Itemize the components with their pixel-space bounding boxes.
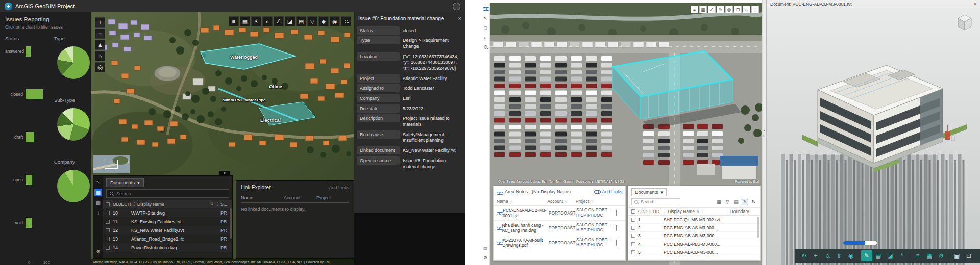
status-bar-chart[interactable]: Status answered closed draft open (5, 36, 50, 265)
measure-icon[interactable]: ∠ (274, 16, 284, 26)
rail-settings-icon[interactable]: ⚙ (94, 248, 102, 255)
row-checkbox[interactable] (106, 228, 110, 232)
documents-dropdown[interactable]: Documents ▾ (106, 178, 144, 187)
table-row[interactable]: 4 PCC ENG-AB-PLU-M3-000... (628, 240, 760, 248)
locate-icon[interactable]: ◎ (95, 62, 105, 72)
building-explorer-icon[interactable]: ▤ (296, 16, 306, 26)
basemap-icon[interactable]: ▦ (699, 6, 707, 13)
panel-splitter[interactable]: ◂ ▸ (762, 0, 766, 265)
zoom-out-icon[interactable]: − (95, 29, 105, 39)
row-checkbox[interactable] (631, 250, 635, 254)
scrollbar[interactable] (757, 217, 759, 238)
boundary-column-header[interactable]: Boundary (730, 209, 757, 214)
camera-icon[interactable]: ◉ (845, 250, 856, 261)
extra-column-header[interactable]: S... (220, 202, 230, 207)
row-checkbox[interactable] (631, 242, 635, 246)
table-row[interactable]: 5 PCC ENG-AB-CB-M3-000... (628, 248, 760, 256)
splitter-left-icon[interactable]: ◂ (763, 128, 765, 132)
kebab-icon[interactable]: ⋮ (661, 209, 665, 214)
columns-icon[interactable]: ▤ (733, 199, 740, 205)
panel-collapse-toggle[interactable]: ▾ (219, 171, 230, 175)
settings-tool-icon[interactable]: ⚙ (482, 254, 489, 261)
project-column-header[interactable]: Project (576, 199, 589, 204)
name-column-header[interactable]: Name (497, 199, 508, 204)
row-checkbox[interactable] (631, 234, 635, 238)
table-row[interactable]: 11 KS_Existing Facilities.rvt PR (103, 217, 232, 226)
select-icon[interactable]: ▦ (716, 199, 722, 205)
pointer-icon[interactable]: ↖ (94, 178, 102, 186)
account-column-header[interactable]: Account (547, 199, 563, 204)
objectid-column-header[interactable]: OBJECTI... (113, 202, 131, 207)
overview-map[interactable] (93, 155, 130, 173)
edit-icon[interactable]: ✎ (742, 199, 748, 205)
table-row[interactable]: 2 PCC ENG-AB-AS-M3-000... (628, 224, 760, 232)
row-checkbox[interactable] (106, 237, 110, 241)
measure-icon[interactable]: ∠ (708, 6, 716, 13)
status-bar-void[interactable]: void (5, 218, 50, 228)
filter-icon[interactable]: ▽ (591, 199, 593, 203)
layers-icon[interactable]: ≡ (691, 6, 698, 13)
filter-icon[interactable]: ▽ (307, 16, 317, 26)
export-icon[interactable]: ↓ (94, 209, 102, 217)
refresh-icon[interactable]: ↻ (750, 199, 757, 205)
table-row[interactable]: 12 KS_New Water Facility.rvt PR (103, 226, 232, 234)
filter-icon[interactable]: ▽ (510, 199, 512, 203)
locate-icon[interactable]: ◎ (725, 6, 733, 13)
subtype-pie-chart[interactable] (57, 108, 90, 141)
kebab-icon[interactable]: ⋮ (132, 202, 136, 206)
issues-pin-icon[interactable]: ◆ (318, 16, 329, 26)
add-links-button[interactable]: Add Links (329, 185, 349, 190)
status-bar-answered[interactable]: answered (5, 46, 50, 57)
chart-view-icon[interactable]: ▤ (94, 199, 102, 206)
field-value[interactable]: Issue #8: Foundation material change (401, 156, 463, 171)
compass-icon[interactable]: ▲ (95, 40, 105, 50)
bar-void[interactable] (26, 218, 32, 228)
walk-icon[interactable]: ⇧ (834, 250, 845, 261)
shadow-icon[interactable]: ◐ (262, 16, 273, 26)
filter-icon[interactable]: ▽ (565, 199, 567, 203)
layers-icon[interactable]: ≡ (229, 16, 239, 26)
row-checkbox[interactable] (631, 218, 635, 222)
section-icon[interactable]: ◪ (885, 250, 896, 261)
markup-icon[interactable]: ✎ (861, 250, 872, 261)
status-bar-draft[interactable]: draft (5, 132, 50, 142)
display-name-column-header[interactable]: Display Name (668, 209, 695, 214)
explode-icon[interactable]: * (896, 250, 908, 261)
layers-tool-icon[interactable]: ▤ (482, 245, 489, 251)
orbit-icon[interactable]: ↻ (798, 250, 810, 261)
bim-viewer[interactable]: Document: PCC-ENG-AB-CB-M3-0001.rvt × (766, 0, 980, 265)
table-row[interactable]: 10 WWTP-Site.dwg PR (103, 208, 232, 217)
table-view-icon[interactable]: ▦ (94, 189, 102, 196)
add-links-button[interactable]: Add Links (594, 189, 622, 194)
fullscreen-icon[interactable]: ⊡ (734, 6, 742, 13)
table-row[interactable]: 1 SHP PCC QL-MS-M3-002.rvt (628, 216, 760, 224)
documents-search-input[interactable] (641, 199, 677, 204)
table-row[interactable]: 13 Atlantic_Road_Bridge2.ifc PR (103, 234, 232, 243)
documents-dropdown[interactable]: Documents ▾ (631, 188, 667, 196)
linked-document-row[interactable]: PCC-ENG-AB-CB-M3-0001.rvt PORTCOAST SAI … (494, 206, 625, 221)
table-row[interactable]: 14 PowerDistribution.dwg PR (103, 243, 232, 252)
search-tool-icon[interactable] (482, 44, 489, 50)
properties-icon[interactable]: ▦ (924, 250, 935, 261)
bar-open[interactable] (26, 175, 32, 185)
zoom-in-icon[interactable]: + (95, 17, 105, 28)
aerial-photo-view[interactable]: ≡ ▦ ∠ ✎ ◎ ⊡ ⌂ ⋮ OpenStreetMap contributo… (490, 3, 762, 265)
close-icon[interactable]: × (973, 1, 976, 7)
slice-icon[interactable]: ◪ (285, 16, 295, 26)
select-all-checkbox[interactable] (631, 209, 635, 214)
field-value[interactable]: KS_New Water Facility.rvt (401, 146, 463, 155)
linked-document-row[interactable]: #1-21070.70-As-built Drawings.pdf PORTCO… (494, 235, 625, 250)
delete-icon[interactable] (616, 225, 617, 231)
filter-icon[interactable]: ▽ (724, 199, 731, 205)
row-checkbox[interactable] (631, 226, 635, 230)
home-icon[interactable]: ⌂ (743, 6, 750, 13)
select-all-checkbox[interactable] (106, 202, 110, 206)
delete-icon[interactable] (616, 240, 617, 246)
documents-search[interactable] (631, 198, 680, 205)
row-checkbox[interactable] (106, 211, 110, 215)
daylight-icon[interactable]: ☀ (251, 16, 261, 26)
extent-tool-icon[interactable]: □ (482, 24, 489, 31)
fullscreen-icon[interactable]: ⊡ (963, 250, 974, 261)
type-pie-chart[interactable] (57, 46, 90, 79)
project-column-header[interactable]: Project (316, 195, 349, 200)
